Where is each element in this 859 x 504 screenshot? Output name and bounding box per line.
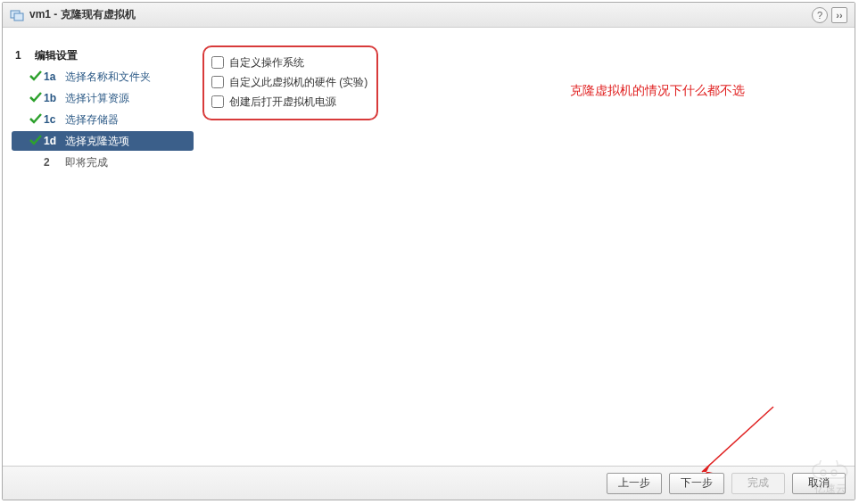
option-customize-os[interactable]: 自定义操作系统 (211, 53, 368, 72)
options-group-highlight: 自定义操作系统 自定义此虚拟机的硬件 (实验) 创建后打开虚拟机电源 (202, 45, 378, 120)
checkbox-customize-hardware[interactable] (211, 76, 224, 88)
wizard-steps-sidebar: 1 编辑设置 1a 选择名称和文件夹 1b 选择计算资源 (3, 28, 194, 466)
step-label: 选择存储器 (65, 112, 119, 128)
step-ready-complete: 2 即将完成 (12, 153, 194, 172)
step-label: 编辑设置 (35, 48, 78, 63)
svg-line-2 (702, 407, 773, 472)
step-number: 1 (15, 49, 35, 62)
checkmark-icon (29, 156, 44, 169)
wizard-footer: 上一步 下一步 完成 取消 (3, 466, 855, 500)
step-number: 2 (44, 156, 65, 169)
step-label: 选择名称和文件夹 (65, 70, 151, 85)
step-number: 1c (44, 113, 65, 126)
option-customize-hardware[interactable]: 自定义此虚拟机的硬件 (实验) (211, 72, 368, 92)
finish-button: 完成 (731, 473, 785, 494)
step-label: 选择克隆选项 (65, 134, 129, 149)
watermark: 亿速云 (807, 460, 854, 497)
svg-point-5 (831, 470, 837, 475)
vm-icon (10, 8, 24, 22)
checkbox-power-on[interactable] (211, 95, 224, 108)
checkmark-icon (29, 135, 44, 147)
option-power-on[interactable]: 创建后打开虚拟机电源 (211, 92, 368, 112)
wizard-dialog: vm1 - 克隆现有虚拟机 ? ›› 1 编辑设置 1a 选择名称和文件夹 1b (2, 2, 855, 500)
step-select-storage[interactable]: 1c 选择存储器 (12, 110, 194, 129)
watermark-text: 亿速云 (814, 482, 847, 497)
checkmark-icon (29, 92, 44, 104)
step-clone-options[interactable]: 1d 选择克隆选项 (12, 131, 194, 151)
option-label: 创建后打开虚拟机电源 (229, 95, 336, 110)
checkmark-icon (29, 70, 44, 83)
step-number: 1d (44, 135, 65, 147)
dialog-title: vm1 - 克隆现有虚拟机 (29, 7, 808, 22)
next-button[interactable]: 下一步 (669, 473, 724, 494)
step-label: 选择计算资源 (65, 91, 129, 106)
wizard-content: 自定义操作系统 自定义此虚拟机的硬件 (实验) 创建后打开虚拟机电源 克隆虚拟机… (194, 28, 855, 466)
step-number: 1b (44, 92, 65, 104)
step-select-compute[interactable]: 1b 选择计算资源 (12, 88, 194, 108)
option-label: 自定义操作系统 (229, 55, 304, 70)
step-edit-settings[interactable]: 1 编辑设置 (12, 45, 194, 65)
svg-point-4 (821, 470, 826, 475)
annotation-text: 克隆虚拟机的情况下什么都不选 (570, 83, 745, 99)
checkmark-icon (29, 113, 44, 126)
help-icon[interactable]: ? (812, 7, 828, 23)
checkbox-customize-os[interactable] (211, 56, 224, 69)
svg-rect-1 (14, 13, 23, 21)
titlebar: vm1 - 克隆现有虚拟机 ? ›› (3, 3, 855, 28)
dialog-body: 1 编辑设置 1a 选择名称和文件夹 1b 选择计算资源 (3, 28, 855, 466)
step-label: 即将完成 (65, 155, 108, 170)
advance-icon[interactable]: ›› (831, 7, 847, 23)
back-button[interactable]: 上一步 (607, 473, 662, 494)
cloud-icon (807, 460, 854, 482)
step-number: 1a (44, 70, 65, 83)
option-label: 自定义此虚拟机的硬件 (实验) (229, 75, 368, 90)
step-select-name[interactable]: 1a 选择名称和文件夹 (12, 67, 194, 87)
